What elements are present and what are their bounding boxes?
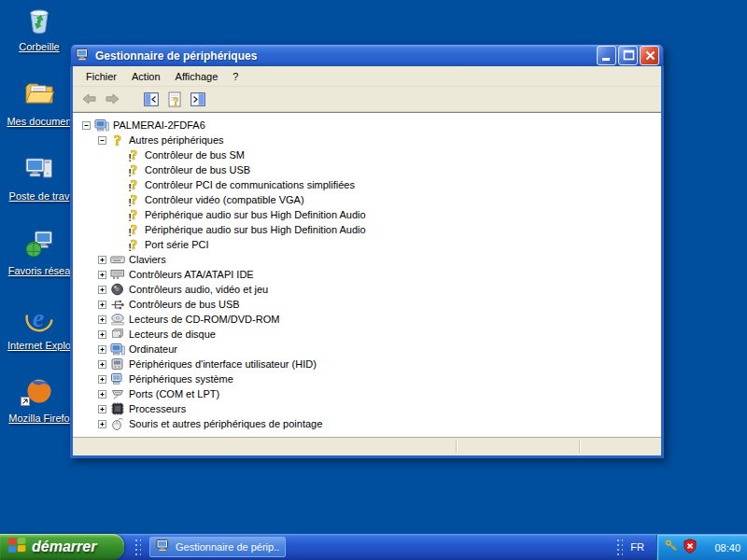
tree-item[interactable]: ?!Contrôleur PCI de communications simpl… (73, 177, 661, 192)
network-places-icon (22, 228, 56, 261)
maximize-button[interactable] (618, 46, 638, 65)
tree-item-label[interactable]: Ordinateur (127, 343, 179, 355)
tree-expander-plus[interactable] (98, 390, 110, 399)
desktop-icon-recycle-bin[interactable]: Corbeille (2, 4, 77, 52)
tree-expander-plus[interactable] (98, 375, 110, 384)
minimize-button[interactable] (597, 46, 616, 65)
tree-item[interactable]: Contrôleurs audio, vidéo et jeu (73, 282, 661, 297)
tree-item-label[interactable]: Autres périphériques (127, 134, 226, 146)
tree-item[interactable]: Périphériques système (73, 371, 661, 386)
tree-item-label[interactable]: Souris et autres périphériques de pointa… (127, 418, 324, 429)
tree-item-label[interactable]: Périphériques système (127, 373, 235, 385)
show-action-pane-icon[interactable] (188, 89, 208, 109)
computer-icon (110, 342, 127, 357)
toolbar: ? (73, 87, 661, 112)
tree-item-label[interactable]: Contrôleur de bus USB (143, 164, 252, 175)
tree-item-label[interactable]: Périphérique audio sur bus High Definiti… (143, 224, 368, 235)
menu-affichage[interactable]: Affichage (168, 68, 226, 85)
tree-item-label[interactable]: Processeurs (127, 403, 188, 414)
tree-item-label[interactable]: Ports (COM et LPT) (127, 388, 221, 399)
tree-item-label[interactable]: Lecteurs de disque (127, 329, 218, 340)
tree-item[interactable]: Souris et autres périphériques de pointa… (73, 416, 661, 431)
tree-expander-plus[interactable] (98, 256, 110, 264)
menu-action[interactable]: Action (124, 68, 168, 85)
tree-item[interactable]: Ports (COM et LPT) (73, 386, 661, 401)
tree-item-label[interactable]: Contrôleur vidéo (compatible VGA) (143, 194, 306, 205)
tree-item-label[interactable]: Contrôleurs ATA/ATAPI IDE (127, 269, 256, 280)
desktop-icon-label: Mes documen (2, 116, 77, 127)
help-icon[interactable]: ? (164, 89, 185, 109)
start-button[interactable]: démarrer (0, 534, 124, 560)
window-titlebar[interactable]: Gestionnaire de périphériques (70, 44, 664, 66)
tree-item-label[interactable]: Contrôleur de bus SM (143, 149, 247, 161)
ports-device-icon (110, 386, 127, 401)
tree-item[interactable]: Périphériques d'interface utilisateur (H… (73, 357, 661, 371)
task-button-label: Gestionnaire de périp... (176, 541, 279, 553)
tree-item[interactable]: Lecteurs de disque (73, 327, 661, 342)
tree-expander-plus[interactable] (98, 420, 110, 428)
close-button[interactable] (640, 46, 659, 65)
tree-expander-plus[interactable] (98, 315, 110, 324)
tree-item-label[interactable]: Port série PCI (143, 239, 210, 250)
tree-item[interactable]: Processeurs (73, 401, 661, 416)
forward-arrow-icon[interactable] (102, 89, 122, 109)
processor-icon (110, 401, 127, 416)
tree-item-label[interactable]: Claviers (127, 254, 168, 265)
tree-item[interactable]: ?!Contrôleur de bus SM (73, 147, 661, 162)
quick-launch-handle[interactable] (134, 539, 141, 555)
menu-aide[interactable]: ? (225, 68, 246, 85)
desktop-icon-mozilla-firefox[interactable]: Mozilla Firefo (2, 375, 77, 424)
unknown-device-icon: ?! (126, 147, 143, 162)
desktop-icon-internet-explorer[interactable]: eInternet Explo (2, 302, 77, 351)
tree-item[interactable]: ?!Périphérique audio sur bus High Defini… (73, 222, 661, 237)
unknown-device-icon: ?! (126, 177, 143, 192)
tree-expander-plus[interactable] (98, 286, 110, 294)
tree-item-label[interactable]: Contrôleurs de bus USB (127, 299, 242, 310)
tree-item[interactable]: ?!Contrôleur de bus USB (73, 162, 661, 177)
tree-item-label[interactable]: Périphériques d'interface utilisateur (H… (127, 358, 318, 370)
clock[interactable]: 08:40 (714, 542, 740, 553)
desktop-icon-my-computer[interactable]: Poste de trav (2, 153, 77, 202)
back-arrow-icon[interactable] (78, 89, 99, 109)
show-console-tree-icon[interactable] (141, 89, 162, 109)
system-tray: 08:40 (656, 535, 747, 560)
tree-item[interactable]: ?Autres périphériques (73, 133, 661, 147)
desktop-icon-my-documents[interactable]: Mes documen (2, 78, 77, 127)
audio-controller-icon (110, 282, 127, 297)
tree-expander-plus[interactable] (98, 330, 110, 339)
tree-item-label[interactable]: Contrôleurs audio, vidéo et jeu (127, 284, 270, 295)
svg-text:!: ! (129, 243, 132, 252)
tree-item[interactable]: ?!Port série PCI (73, 237, 661, 252)
tree-expander-plus[interactable] (98, 405, 110, 413)
tree-item[interactable]: Contrôleurs ATA/ATAPI IDE (73, 267, 661, 282)
tree-item[interactable]: ?!Contrôleur vidéo (compatible VGA) (73, 192, 661, 207)
tree-item[interactable]: Ordinateur (73, 342, 661, 357)
tree-item[interactable]: Claviers (73, 252, 661, 267)
tree-item[interactable]: PALMERAI-2FDFA6 (73, 118, 661, 133)
tree-item[interactable]: Lecteurs de CD-ROM/DVD-ROM (73, 312, 661, 327)
tree-item[interactable]: Contrôleurs de bus USB (73, 297, 661, 312)
desktop[interactable]: CorbeilleMes documenPoste de travFavoris… (0, 0, 747, 560)
tree-expander-minus[interactable] (98, 136, 110, 145)
svg-text:?: ? (131, 238, 137, 252)
tree-expander-plus[interactable] (98, 360, 110, 369)
tree-item[interactable]: ?!Périphérique audio sur bus High Defini… (73, 207, 661, 222)
tree-item-label[interactable]: Lecteurs de CD-ROM/DVD-ROM (127, 314, 281, 325)
svg-text:!: ! (129, 198, 132, 207)
tree-item-label[interactable]: PALMERAI-2FDFA6 (111, 119, 207, 131)
svg-text:?: ? (173, 94, 178, 107)
language-indicator[interactable]: FR (630, 534, 644, 560)
tree-item-label[interactable]: Périphérique audio sur bus High Definiti… (143, 209, 368, 220)
tree-expander-minus[interactable] (82, 121, 94, 130)
tree-expander-plus[interactable] (98, 301, 110, 309)
tree-expander-plus[interactable] (98, 345, 110, 354)
svg-text:!: ! (129, 213, 132, 222)
tray-handle[interactable] (616, 539, 623, 555)
menu-fichier[interactable]: Fichier (78, 68, 124, 85)
desktop-icon-network-places[interactable]: Favoris résea (2, 228, 77, 276)
tree-expander-plus[interactable] (98, 271, 110, 279)
tree-item-label[interactable]: Contrôleur PCI de communications simplif… (143, 179, 357, 190)
taskbar-task-device-manager[interactable]: Gestionnaire de périp... (149, 537, 286, 557)
security-shield-icon[interactable] (683, 539, 698, 557)
keys-icon[interactable] (664, 539, 679, 557)
